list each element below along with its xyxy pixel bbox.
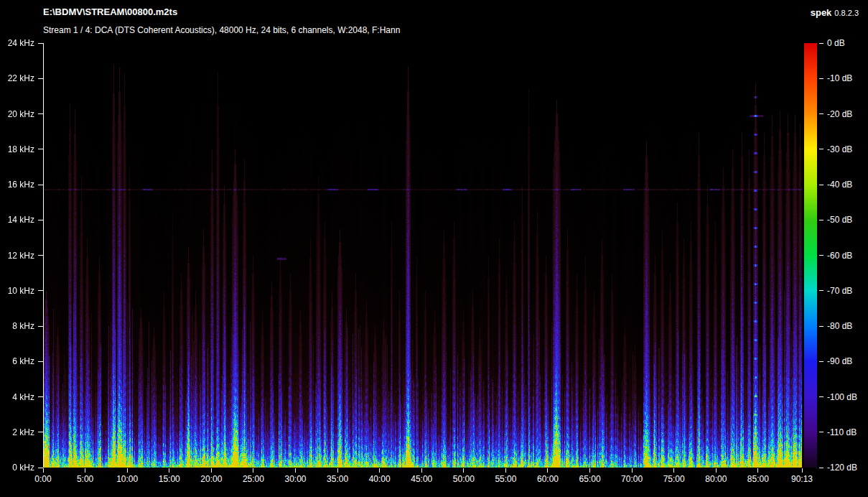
- freq-tick-label: 20 kHz: [0, 108, 34, 120]
- freq-tick-label: 14 kHz: [0, 214, 34, 226]
- time-tick: [802, 468, 803, 473]
- freq-tick-label: 24 kHz: [0, 37, 34, 49]
- db-tick: [819, 78, 823, 79]
- freq-axis-line: [43, 43, 44, 468]
- time-tick: [43, 468, 44, 473]
- db-tick-label: -20 dB: [827, 108, 852, 120]
- freq-tick-label: 12 kHz: [0, 250, 34, 261]
- time-tick: [85, 468, 85, 473]
- db-tick-label: 0 dB: [827, 37, 845, 49]
- time-tick-label: 0:00: [23, 474, 63, 484]
- db-tick: [819, 396, 823, 397]
- time-tick: [211, 468, 212, 473]
- db-tick-label: -50 dB: [827, 214, 852, 226]
- db-tick-label: -70 dB: [827, 285, 852, 297]
- time-tick-label: 45:00: [401, 474, 442, 484]
- db-tick-label: -10 dB: [827, 73, 852, 84]
- time-tick: [505, 468, 506, 473]
- time-tick-label: 50:00: [444, 474, 484, 484]
- time-tick-label: 40:00: [360, 474, 400, 484]
- time-tick: [337, 468, 338, 473]
- db-tick: [819, 43, 823, 44]
- time-tick-label: 10:00: [107, 474, 147, 484]
- freq-tick-label: 2 kHz: [0, 427, 34, 438]
- db-tick-label: -100 dB: [827, 391, 857, 403]
- freq-tick: [38, 43, 43, 44]
- freq-tick-label: 22 kHz: [0, 73, 34, 84]
- freq-tick-label: 10 kHz: [0, 285, 34, 297]
- db-tick: [819, 149, 823, 149]
- time-tick: [127, 468, 128, 473]
- db-tick-label: -80 dB: [827, 320, 852, 332]
- freq-tick-label: 6 kHz: [0, 356, 34, 367]
- time-tick: [253, 468, 253, 473]
- freq-tick: [38, 326, 43, 327]
- time-tick-label: 25:00: [233, 474, 274, 484]
- db-tick-label: -120 dB: [827, 462, 857, 473]
- freq-tick: [38, 290, 43, 291]
- db-tick-label: -110 dB: [827, 427, 857, 438]
- db-tick-label: -40 dB: [827, 179, 852, 190]
- freq-tick-label: 0 kHz: [0, 462, 34, 473]
- db-tick: [819, 432, 823, 432]
- legend-gradient-bar: [804, 43, 817, 468]
- freq-tick: [38, 220, 43, 220]
- time-tick: [421, 468, 422, 473]
- time-tick-label: 35:00: [317, 474, 358, 484]
- time-tick-label: 70:00: [612, 474, 652, 484]
- time-tick: [632, 468, 633, 473]
- freq-tick-label: 16 kHz: [0, 179, 34, 190]
- time-tick: [295, 468, 296, 473]
- freq-tick: [38, 78, 43, 79]
- time-tick-label: 80:00: [696, 474, 736, 484]
- app-brand: spek0.8.2.3: [811, 7, 859, 18]
- time-tick-label: 55:00: [485, 474, 526, 484]
- time-tick-label: 15:00: [149, 474, 190, 484]
- time-tick-label: 5:00: [65, 474, 106, 484]
- db-tick: [819, 220, 823, 220]
- db-tick-label: -30 dB: [827, 144, 852, 155]
- freq-tick: [38, 113, 43, 114]
- freq-tick-label: 4 kHz: [0, 391, 34, 403]
- freq-tick: [38, 361, 43, 362]
- freq-tick-label: 18 kHz: [0, 144, 34, 155]
- freq-tick: [38, 396, 43, 397]
- time-tick-label: 60:00: [528, 474, 568, 484]
- db-tick-label: -90 dB: [827, 356, 852, 367]
- time-tick-label: 30:00: [275, 474, 315, 484]
- app-version: 0.8.2.3: [834, 9, 859, 17]
- time-tick: [589, 468, 590, 473]
- time-tick: [757, 468, 758, 473]
- app-name: spek: [811, 7, 832, 18]
- time-tick: [169, 468, 169, 473]
- stream-info: Stream 1 / 4: DCA (DTS Coherent Acoustic…: [43, 25, 400, 35]
- db-tick: [819, 326, 823, 327]
- time-tick: [673, 468, 674, 473]
- time-tick: [716, 468, 717, 473]
- db-tick: [819, 185, 823, 185]
- db-tick: [819, 290, 823, 291]
- db-tick: [819, 468, 823, 468]
- file-path-title: E:\BDMV\STREAM\00800.m2ts: [43, 6, 177, 17]
- time-tick-label: 75:00: [654, 474, 694, 484]
- freq-tick: [38, 185, 43, 185]
- db-tick: [819, 255, 823, 256]
- spek-window: E:\BDMV\STREAM\00800.m2ts spek0.8.2.3 St…: [0, 0, 868, 497]
- time-tick: [379, 468, 380, 473]
- db-tick-label: -60 dB: [827, 250, 852, 261]
- freq-tick-label: 8 kHz: [0, 320, 34, 332]
- time-tick: [463, 468, 464, 473]
- db-tick: [819, 113, 823, 114]
- time-tick: [547, 468, 548, 473]
- freq-tick: [38, 149, 43, 149]
- time-tick-label: 90:13: [782, 474, 822, 484]
- db-tick: [819, 361, 823, 362]
- spectrogram-canvas: [43, 43, 802, 468]
- time-tick-label: 20:00: [191, 474, 231, 484]
- freq-tick: [38, 255, 43, 256]
- time-tick-label: 85:00: [738, 474, 778, 484]
- time-tick-label: 65:00: [570, 474, 610, 484]
- freq-tick: [38, 432, 43, 432]
